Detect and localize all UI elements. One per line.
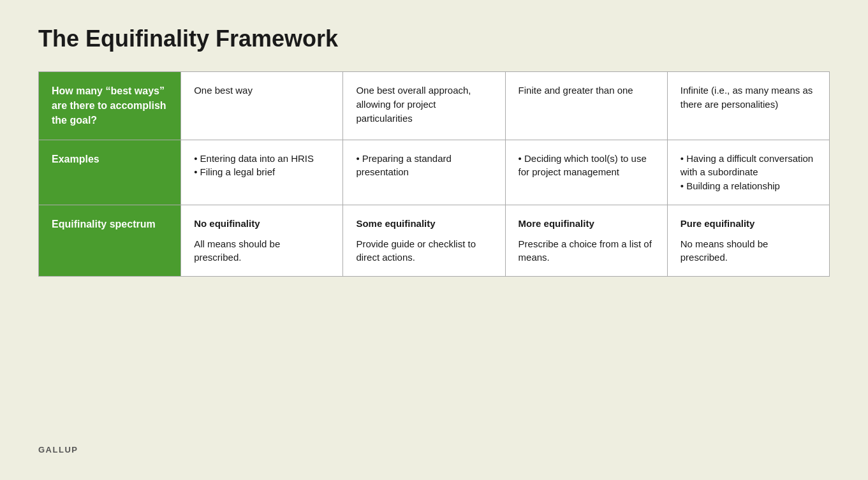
- table-row-1: How many “best ways” are there to accomp…: [39, 72, 830, 140]
- row1-header: How many “best ways” are there to accomp…: [39, 72, 181, 140]
- row2-col4: • Having a difficult conversation with a…: [667, 140, 829, 205]
- row1-col1: One best way: [181, 72, 343, 140]
- table-row-2: Examples • Entering data into an HRIS • …: [39, 140, 830, 205]
- row1-col4: Infinite (i.e., as many means as there a…: [667, 72, 829, 140]
- row2-col1: • Entering data into an HRIS • Filing a …: [181, 140, 343, 205]
- row3-header: Equifinality spectrum: [39, 205, 181, 276]
- row3-col1: No equifinality All means should be pres…: [181, 205, 343, 276]
- row3-col1-label: No equifinality: [194, 217, 330, 231]
- row3-col2: Some equifinality Provide guide or check…: [343, 205, 505, 276]
- framework-table: How many “best ways” are there to accomp…: [38, 71, 830, 426]
- row2-col3: • Deciding which tool(s) to use for proj…: [505, 140, 667, 205]
- row3-col4-label: Pure equifinality: [680, 217, 816, 231]
- row3-col2-label: Some equifinality: [356, 217, 492, 231]
- footer-logo: GALLUP: [38, 445, 830, 455]
- table-row-3: Equifinality spectrum No equifinality Al…: [39, 205, 830, 276]
- page-title: The Equifinality Framework: [38, 25, 830, 52]
- row1-col3: Finite and greater than one: [505, 72, 667, 140]
- row3-col3: More equifinality Prescribe a choice fro…: [505, 205, 667, 276]
- row3-col2-desc: Provide guide or checklist to direct act…: [356, 238, 476, 263]
- row3-col3-label: More equifinality: [519, 217, 654, 231]
- row3-col4-desc: No means should be prescribed.: [680, 238, 769, 263]
- row3-col1-desc: All means should be prescribed.: [194, 238, 280, 263]
- row3-col4: Pure equifinality No means should be pre…: [667, 205, 829, 276]
- row1-col2: One best overall approach, allowing for …: [343, 72, 505, 140]
- row3-col3-desc: Prescribe a choice from a list of means.: [519, 238, 652, 263]
- row2-col2: • Preparing a standard presentation: [343, 140, 505, 205]
- row2-header: Examples: [39, 140, 181, 205]
